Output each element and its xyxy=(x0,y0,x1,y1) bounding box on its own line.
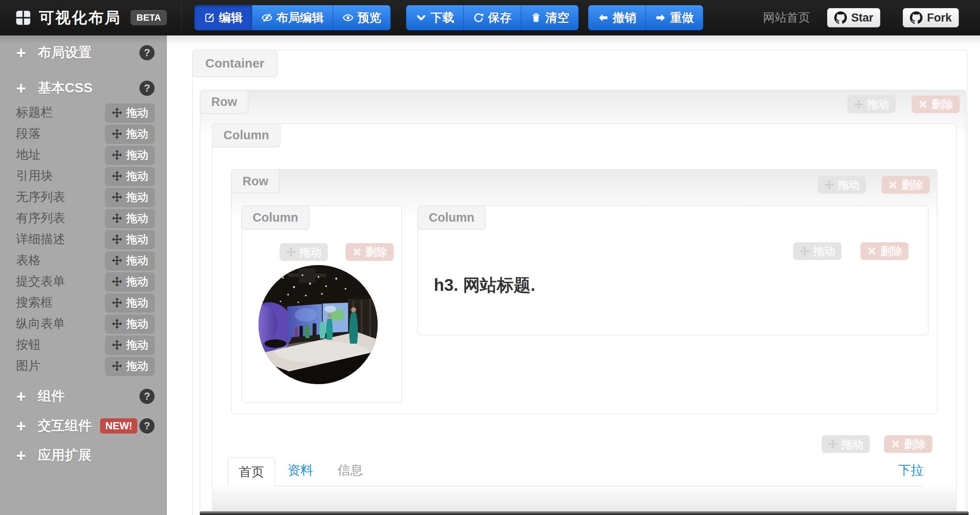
sidebar-item-image: 图片 拖动 xyxy=(0,355,166,377)
drag-handle-button[interactable]: 拖动 xyxy=(105,272,155,291)
image-delete-button[interactable]: 删除 xyxy=(346,243,394,261)
tab-info[interactable]: 信息 xyxy=(338,462,363,486)
question-icon[interactable]: ? xyxy=(139,389,155,404)
container-label-tab[interactable]: Container xyxy=(192,50,278,77)
drag-handle-button[interactable]: 拖动 xyxy=(105,336,155,354)
inner-row-delete-button[interactable]: 删除 xyxy=(882,176,930,194)
layout-edit-button[interactable]: 布局编辑 xyxy=(252,5,333,30)
move-icon xyxy=(112,128,122,139)
sidebar-section-components[interactable]: + 组件 ? xyxy=(0,384,166,409)
undo-button-label: 撤销 xyxy=(612,10,636,26)
download-button-label: 下载 xyxy=(430,10,454,26)
tab-home[interactable]: 首页 xyxy=(228,457,275,486)
item-label: 段落 xyxy=(16,125,105,142)
layout-canvas: Container Row 拖动 删除 Column xyxy=(167,35,980,515)
column-label-tab[interactable]: Column xyxy=(212,123,280,147)
save-button[interactable]: 保存 xyxy=(464,5,521,30)
drag-handle-button[interactable]: 拖动 xyxy=(105,125,155,143)
drag-handle-button[interactable]: 拖动 xyxy=(105,209,155,228)
container-label: Container xyxy=(205,56,264,70)
visual-layout-builder-app: 可视化布局 BETA 编辑 布局编辑 预览 下载 保 xyxy=(0,0,980,515)
file-button-group: 下载 保存 清空 xyxy=(406,5,579,30)
drag-handle-button[interactable]: 拖动 xyxy=(105,103,155,122)
navbar-top-edge xyxy=(200,511,969,515)
plus-icon: + xyxy=(16,80,26,97)
heading-delete-button[interactable]: 删除 xyxy=(860,242,909,260)
preview-button-label: 预览 xyxy=(357,10,381,26)
x-icon xyxy=(918,99,928,109)
move-icon xyxy=(112,339,122,350)
sidebar-item-submit-form: 提交表单 拖动 xyxy=(0,271,166,292)
tab-profile[interactable]: 资料 xyxy=(288,462,313,486)
question-icon[interactable]: ? xyxy=(139,418,155,434)
edit-button[interactable]: 编辑 xyxy=(194,5,252,30)
section-label: 基本CSS xyxy=(38,79,93,98)
tabs-widget-drag-button[interactable]: 拖动 xyxy=(822,435,870,453)
github-fork-label: Fork xyxy=(927,11,952,24)
heading-drag-button[interactable]: 拖动 xyxy=(793,242,841,260)
row-delete-button[interactable]: 删除 xyxy=(912,95,960,113)
tab-dropdown-link[interactable]: 下拉 xyxy=(898,462,923,486)
column-label-tab[interactable]: Column xyxy=(241,206,310,230)
sidebar-item-unordered-list: 无序列表 拖动 xyxy=(0,187,166,208)
site-home-link[interactable]: 网站首页 xyxy=(763,10,810,26)
redo-button-label: 重做 xyxy=(670,10,694,26)
tabs-widget-delete-button[interactable]: 删除 xyxy=(884,435,932,453)
drag-handle-button[interactable]: 拖动 xyxy=(105,230,155,249)
sidebar-section-interactive-components[interactable]: + 交互组件 NEW! ? xyxy=(0,414,166,438)
row-label: Row xyxy=(211,95,237,108)
drag-label: 拖动 xyxy=(126,232,148,247)
move-icon xyxy=(112,318,122,329)
move-icon xyxy=(112,234,122,245)
drag-label: 拖动 xyxy=(126,106,148,120)
drag-handle-button[interactable]: 拖动 xyxy=(105,251,155,270)
move-icon xyxy=(854,99,864,109)
preview-button[interactable]: 预览 xyxy=(333,5,391,30)
github-fork-button[interactable]: Fork xyxy=(903,8,959,27)
drag-handle-button[interactable]: 拖动 xyxy=(105,293,155,312)
layout-edit-button-label: 布局编辑 xyxy=(276,10,324,26)
grid-logo-icon xyxy=(15,10,31,26)
question-icon[interactable]: ? xyxy=(139,45,155,60)
delete-label: 删除 xyxy=(931,97,953,112)
row-label: Row xyxy=(242,174,268,188)
sidebar-section-app-extensions[interactable]: + 应用扩展 xyxy=(0,443,166,468)
download-button[interactable]: 下载 xyxy=(406,5,464,30)
topbar: 可视化布局 BETA 编辑 布局编辑 预览 下载 保 xyxy=(0,0,980,35)
inner-row-drag-button[interactable]: 拖动 xyxy=(818,176,866,194)
sidebar-item-ordered-list: 有序列表 拖动 xyxy=(0,208,166,229)
item-label: 有序列表 xyxy=(16,210,105,227)
row-label-tab[interactable]: Row xyxy=(231,169,280,193)
row-drag-button[interactable]: 拖动 xyxy=(847,95,896,113)
drag-label: 拖动 xyxy=(126,317,148,331)
sidebar-section-basic-css[interactable]: + 基本CSS ? xyxy=(0,76,166,100)
image-drag-button[interactable]: 拖动 xyxy=(280,243,328,261)
section-label: 布局设置 xyxy=(38,43,92,62)
outer-row-box: Row 拖动 删除 Column xyxy=(200,90,966,515)
drag-label: 拖动 xyxy=(126,274,148,289)
move-icon xyxy=(112,192,122,203)
drag-handle-button[interactable]: 拖动 xyxy=(105,146,155,164)
drag-handle-button[interactable]: 拖动 xyxy=(105,314,155,333)
redo-button[interactable]: 重做 xyxy=(646,5,703,30)
github-star-button[interactable]: Star xyxy=(827,8,881,27)
drag-handle-button[interactable]: 拖动 xyxy=(105,188,155,206)
octocat-icon xyxy=(834,11,847,24)
column-label: Column xyxy=(253,211,298,224)
eye-slash-icon xyxy=(261,12,272,23)
drag-handle-button[interactable]: 拖动 xyxy=(105,167,155,185)
clear-button[interactable]: 清空 xyxy=(521,5,579,30)
question-icon[interactable]: ? xyxy=(139,81,155,96)
drag-label: 拖动 xyxy=(126,190,148,205)
tab-home-label: 首页 xyxy=(239,464,264,481)
column-label-tab[interactable]: Column xyxy=(417,206,486,230)
image-column-box: Column 拖动 删除 xyxy=(241,206,402,403)
undo-button[interactable]: 撤销 xyxy=(588,5,646,30)
row-label-tab[interactable]: Row xyxy=(200,90,248,114)
move-icon xyxy=(112,213,122,224)
sidebar-item-heading: 标题栏 拖动 xyxy=(0,102,166,123)
item-label: 详细描述 xyxy=(16,231,105,248)
drag-handle-button[interactable]: 拖动 xyxy=(105,357,155,375)
sidebar-section-layout-settings[interactable]: + 布局设置 ? xyxy=(0,41,166,65)
move-icon xyxy=(112,276,122,287)
